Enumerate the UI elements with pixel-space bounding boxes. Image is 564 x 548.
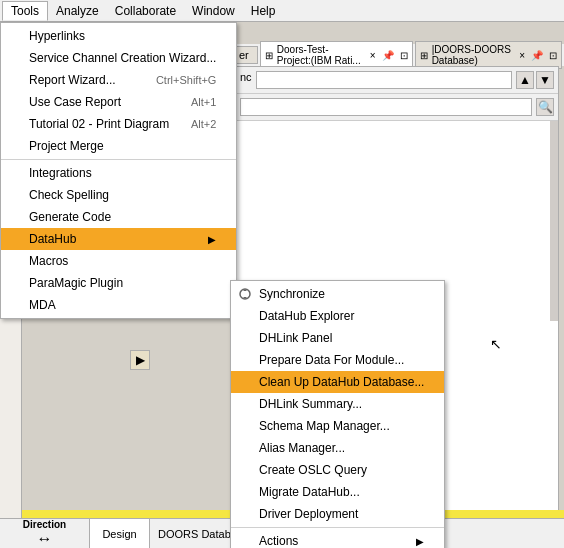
status-design: Design — [90, 519, 150, 548]
tab-3-detach[interactable]: ⊡ — [549, 50, 557, 61]
submenu-create-oslc[interactable]: Create OSLC Query — [231, 459, 444, 481]
content-label-nc: nc — [240, 71, 252, 89]
tab-3[interactable]: ⊞ |DOORS-DOORS Database) × 📌 ⊡ — [415, 41, 562, 69]
menu-item-use-case-report[interactable]: Use Case Report Alt+1 — [1, 91, 236, 113]
menu-item-macros[interactable]: Macros — [1, 250, 236, 272]
menu-bar: Tools Analyze Collaborate Window Help — [0, 0, 564, 22]
tab-3-label: |DOORS-DOORS Database) — [432, 44, 512, 66]
scroll-up-btn[interactable]: ▲ — [516, 71, 534, 89]
datahub-submenu-container: Synchronize DataHub Explorer DHLink Pane… — [230, 280, 445, 548]
shortcut-report-wizard: Ctrl+Shift+G — [136, 74, 217, 86]
status-direction: Direction ↔ — [0, 519, 90, 548]
submenu-synchronize[interactable]: Synchronize — [231, 283, 444, 305]
submenu-schema-map[interactable]: Schema Map Manager... — [231, 415, 444, 437]
menu-item-mda[interactable]: MDA — [1, 294, 236, 316]
direction-label: Direction — [23, 519, 66, 530]
actions-submenu-arrow: ▶ — [416, 536, 424, 547]
tab-1-label: er — [239, 49, 249, 61]
submenu-dhlink-panel[interactable]: DHLink Panel — [231, 327, 444, 349]
direction-arrows: ↔ — [37, 530, 53, 548]
submenu-separator-1 — [231, 527, 444, 528]
datahub-submenu: Synchronize DataHub Explorer DHLink Pane… — [230, 280, 445, 548]
datahub-submenu-arrow: ▶ — [208, 234, 216, 245]
submenu-actions[interactable]: Actions ▶ — [231, 530, 444, 548]
tab-2-pin[interactable]: 📌 — [382, 50, 394, 61]
separator-1 — [1, 159, 236, 160]
tab-3-icon: ⊞ — [420, 50, 428, 61]
menu-window[interactable]: Window — [184, 2, 243, 20]
tab-2-detach[interactable]: ⊡ — [400, 50, 408, 61]
search-btn[interactable]: 🔍 — [536, 98, 554, 116]
scroll-down-btn[interactable]: ▼ — [536, 71, 554, 89]
tab-bar: er ⊞ Doors-Test-Project:(IBM Rati... × 📌… — [230, 44, 564, 66]
sync-icon — [235, 287, 255, 301]
menu-item-generate-code[interactable]: Generate Code — [1, 206, 236, 228]
tab-2-icon: ⊞ — [265, 50, 273, 61]
tab-2[interactable]: ⊞ Doors-Test-Project:(IBM Rati... × 📌 ⊡ — [260, 41, 413, 69]
submenu-datahub-explorer[interactable]: DataHub Explorer — [231, 305, 444, 327]
tab-2-close[interactable]: × — [370, 50, 376, 61]
submenu-driver-deployment[interactable]: Driver Deployment — [231, 503, 444, 525]
tab-3-pin[interactable]: 📌 — [531, 50, 543, 61]
submenu-migrate-datahub[interactable]: Migrate DataHub... — [231, 481, 444, 503]
menu-item-datahub[interactable]: DataHub ▶ — [1, 228, 236, 250]
menu-analyze[interactable]: Analyze — [48, 2, 107, 20]
menu-item-tutorial[interactable]: Tutorial 02 - Print Diagram Alt+2 — [1, 113, 236, 135]
submenu-dhlink-summary[interactable]: DHLink Summary... — [231, 393, 444, 415]
menu-item-check-spelling[interactable]: Check Spelling — [1, 184, 236, 206]
menu-item-report-wizard[interactable]: Report Wizard... Ctrl+Shift+G — [1, 69, 236, 91]
menu-item-hyperlinks[interactable]: Hyperlinks — [1, 25, 236, 47]
submenu-alias-manager[interactable]: Alias Manager... — [231, 437, 444, 459]
tools-dropdown: Hyperlinks Service Channel Creation Wiza… — [0, 22, 237, 319]
menu-collaborate[interactable]: Collaborate — [107, 2, 184, 20]
tools-dropdown-menu: Hyperlinks Service Channel Creation Wiza… — [0, 22, 237, 319]
panel-arrow-indicator[interactable]: ▶ — [130, 350, 150, 370]
menu-item-project-merge[interactable]: Project Merge — [1, 135, 236, 157]
shortcut-use-case: Alt+1 — [171, 96, 216, 108]
menu-item-paramagic[interactable]: ParaMagic Plugin — [1, 272, 236, 294]
submenu-prepare-data[interactable]: Prepare Data For Module... — [231, 349, 444, 371]
tab-3-close[interactable]: × — [519, 50, 525, 61]
menu-help[interactable]: Help — [243, 2, 284, 20]
menu-item-service-channel[interactable]: Service Channel Creation Wizard... — [1, 47, 236, 69]
submenu-clean-up[interactable]: Clean Up DataHub Database... — [231, 371, 444, 393]
menu-item-integrations[interactable]: Integrations — [1, 162, 236, 184]
design-label: Design — [102, 528, 136, 540]
tab-2-label: Doors-Test-Project:(IBM Rati... — [277, 44, 362, 66]
shortcut-tutorial: Alt+2 — [171, 118, 216, 130]
menu-tools[interactable]: Tools — [2, 1, 48, 21]
